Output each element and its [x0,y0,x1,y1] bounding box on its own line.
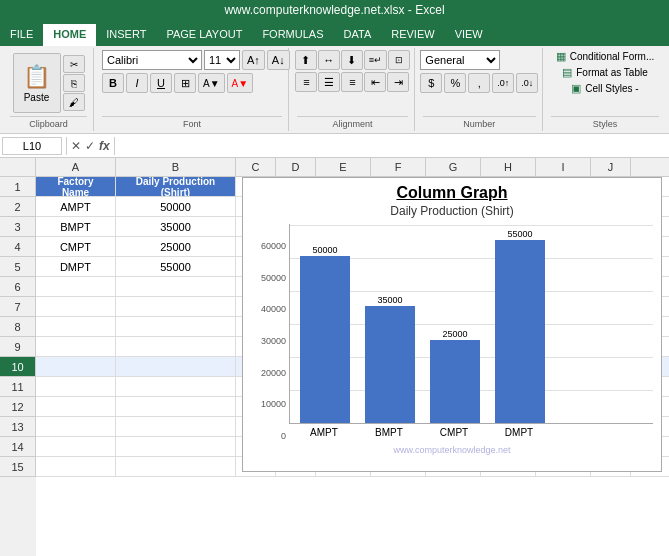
row-header-14[interactable]: 14 [0,437,36,457]
row-header-8[interactable]: 8 [0,317,36,337]
border-button[interactable]: ⊞ [174,73,196,93]
cell-a5[interactable]: DMPT [36,257,116,276]
italic-button[interactable]: I [126,73,148,93]
cell-a14[interactable] [36,437,116,456]
increase-decimal-button[interactable]: .0↑ [492,73,514,93]
col-header-f[interactable]: F [371,158,426,176]
decrease-font-button[interactable]: A↓ [267,50,290,70]
cell-b14[interactable] [116,437,236,456]
merge-button[interactable]: ⊡ [388,50,410,70]
row-header-7[interactable]: 7 [0,297,36,317]
col-header-j[interactable]: J [591,158,631,176]
format-painter-button[interactable]: 🖌 [63,93,85,111]
cell-b15[interactable] [116,457,236,476]
cell-a9[interactable] [36,337,116,356]
underline-button[interactable]: U [150,73,172,93]
align-left-button[interactable]: ≡ [295,72,317,92]
row-header-6[interactable]: 6 [0,277,36,297]
cell-styles-item[interactable]: ▣ Cell Styles - [571,82,638,95]
cell-a13[interactable] [36,417,116,436]
cell-reference-input[interactable] [2,137,62,155]
cell-b4[interactable]: 25000 [116,237,236,256]
cell-b8[interactable] [116,317,236,336]
cell-a3[interactable]: BMPT [36,217,116,236]
col-header-d[interactable]: D [276,158,316,176]
row-header-5[interactable]: 5 [0,257,36,277]
percent-button[interactable]: % [444,73,466,93]
cut-button[interactable]: ✂ [63,55,85,73]
cell-a8[interactable] [36,317,116,336]
tab-review[interactable]: REVIEW [381,24,444,46]
col-header-c[interactable]: C [236,158,276,176]
cell-a6[interactable] [36,277,116,296]
align-bottom-button[interactable]: ⬇ [341,50,363,70]
cell-a10[interactable] [36,357,116,376]
format-as-table-item[interactable]: ▤ Format as Table [562,66,648,79]
font-family-select[interactable]: Calibri [102,50,202,70]
row-header-3[interactable]: 3 [0,217,36,237]
align-top-button[interactable]: ⬆ [295,50,317,70]
wrap-text-button[interactable]: ≡↵ [364,50,387,70]
cell-b9[interactable] [116,337,236,356]
align-right-button[interactable]: ≡ [341,72,363,92]
col-header-e[interactable]: E [316,158,371,176]
row-header-9[interactable]: 9 [0,337,36,357]
insert-function-icon[interactable]: fx [99,139,110,153]
row-header-15[interactable]: 15 [0,457,36,477]
increase-font-button[interactable]: A↑ [242,50,265,70]
fill-color-button[interactable]: A▼ [198,73,225,93]
formula-input[interactable] [119,137,667,155]
cancel-formula-icon[interactable]: ✕ [71,139,81,153]
cell-a15[interactable] [36,457,116,476]
tab-insert[interactable]: INSERT [96,24,156,46]
copy-button[interactable]: ⎘ [63,74,85,92]
row-header-2[interactable]: 2 [0,197,36,217]
tab-file[interactable]: FILE [0,24,43,46]
paste-button[interactable]: 📋 Paste [13,53,61,113]
increase-indent-button[interactable]: ⇥ [387,72,409,92]
row-header-11[interactable]: 11 [0,377,36,397]
row-header-4[interactable]: 4 [0,237,36,257]
cell-b12[interactable] [116,397,236,416]
currency-button[interactable]: $ [420,73,442,93]
number-format-select[interactable]: General [420,50,500,70]
cell-a12[interactable] [36,397,116,416]
col-header-i[interactable]: I [536,158,591,176]
cell-a1[interactable]: FactoryName [36,177,116,196]
cell-b2[interactable]: 50000 [116,197,236,216]
confirm-formula-icon[interactable]: ✓ [85,139,95,153]
cell-b13[interactable] [116,417,236,436]
col-header-h[interactable]: H [481,158,536,176]
row-header-12[interactable]: 12 [0,397,36,417]
row-header-13[interactable]: 13 [0,417,36,437]
tab-page-layout[interactable]: PAGE LAYOUT [156,24,252,46]
row-header-10[interactable]: 10 [0,357,36,377]
cell-b3[interactable]: 35000 [116,217,236,236]
font-color-button[interactable]: A▼ [227,73,254,93]
font-size-select[interactable]: 11 [204,50,240,70]
decrease-indent-button[interactable]: ⇤ [364,72,386,92]
cell-a11[interactable] [36,377,116,396]
tab-view[interactable]: VIEW [445,24,493,46]
align-middle-button[interactable]: ↔ [318,50,340,70]
comma-button[interactable]: , [468,73,490,93]
tab-home[interactable]: HOME [43,24,96,46]
cell-b5[interactable]: 55000 [116,257,236,276]
conditional-formatting-item[interactable]: ▦ Conditional Form... [556,50,654,63]
cell-b7[interactable] [116,297,236,316]
cell-b6[interactable] [116,277,236,296]
tab-formulas[interactable]: FORMULAS [252,24,333,46]
cell-b10[interactable] [116,357,236,376]
tab-data[interactable]: DATA [334,24,382,46]
cell-a4[interactable]: CMPT [36,237,116,256]
cell-a7[interactable] [36,297,116,316]
col-header-a[interactable]: A [36,158,116,176]
decrease-decimal-button[interactable]: .0↓ [516,73,538,93]
col-header-g[interactable]: G [426,158,481,176]
row-header-1[interactable]: 1 [0,177,36,197]
cell-b1[interactable]: Daily Production(Shirt) [116,177,236,196]
cell-a2[interactable]: AMPT [36,197,116,216]
bold-button[interactable]: B [102,73,124,93]
align-center-button[interactable]: ☰ [318,72,340,92]
col-header-b[interactable]: B [116,158,236,176]
